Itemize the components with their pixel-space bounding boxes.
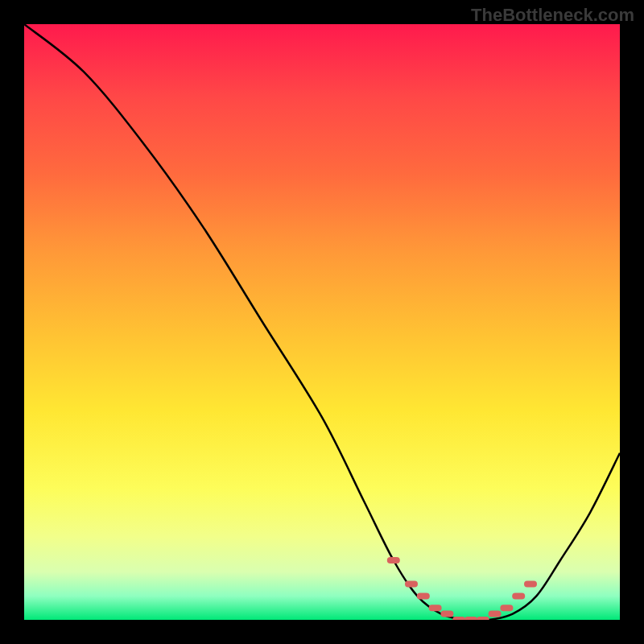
chart-svg <box>24 24 620 620</box>
highlight-point <box>452 617 465 620</box>
watermark-text: TheBottleneck.com <box>471 5 634 26</box>
highlight-point <box>500 605 513 611</box>
highlight-point <box>440 611 453 617</box>
highlight-point <box>405 581 418 588</box>
highlight-point <box>524 581 537 588</box>
data-points <box>387 557 537 620</box>
highlight-point <box>429 605 442 611</box>
curve-line <box>24 24 620 620</box>
highlight-point <box>477 617 489 620</box>
bottleneck-curve <box>24 24 620 620</box>
highlight-point <box>512 592 525 599</box>
highlight-point <box>464 617 477 620</box>
highlight-point <box>387 557 400 564</box>
highlight-point <box>417 592 430 599</box>
highlight-point <box>489 611 502 617</box>
